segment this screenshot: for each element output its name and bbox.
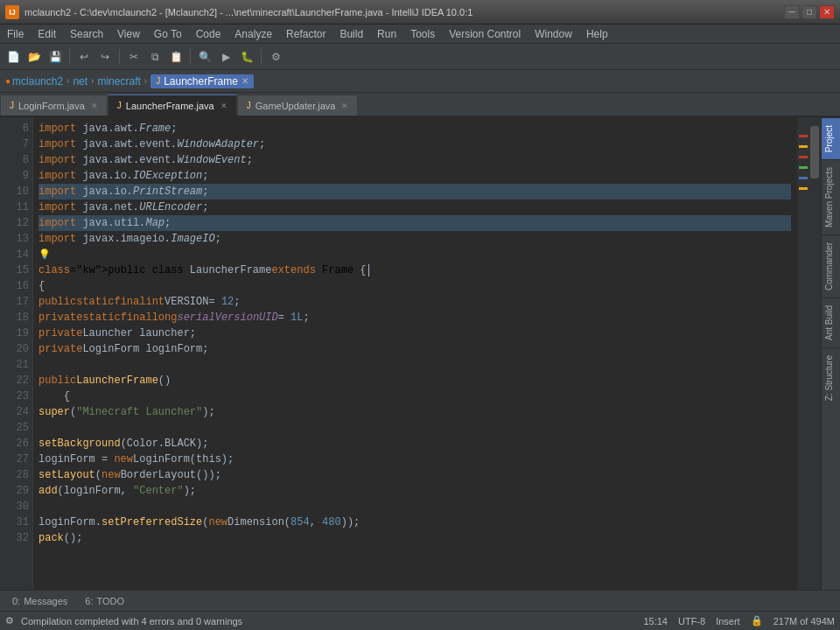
code-line-9: import java.io.IOException; [38, 168, 791, 184]
line-number-31: 31 [2, 514, 29, 530]
line-number-27: 27 [2, 452, 29, 467]
cut-button[interactable]: ✂ [124, 47, 144, 66]
window-controls: ─ □ ✕ [784, 5, 835, 19]
menu-item-code[interactable]: Code [189, 24, 228, 43]
scroll-mark-0 [799, 135, 808, 137]
tab-java-icon: J [247, 101, 251, 110]
redo-button[interactable]: ↪ [95, 47, 115, 66]
scroll-mark-2 [799, 156, 808, 158]
nav-close-icon[interactable]: ✕ [242, 76, 248, 86]
editor-container: 6789101112131415161718192021222324252627… [0, 117, 840, 590]
sidebar-panel-commander[interactable]: Commander [822, 234, 840, 298]
code-line-32: pack(); [38, 530, 791, 546]
line-number-19: 19 [2, 326, 29, 341]
line-number-32: 32 [2, 530, 29, 546]
sidebar-panel-project[interactable]: Project [822, 117, 840, 159]
open-button[interactable]: 📂 [24, 47, 44, 66]
tab-close-icon[interactable]: ✕ [220, 102, 228, 110]
line-number-29: 29 [2, 483, 29, 499]
menu-item-analyze[interactable]: Analyze [228, 24, 279, 43]
code-line-23: { [38, 388, 791, 404]
line-number-30: 30 [2, 499, 29, 514]
code-line-21 [38, 357, 791, 373]
status-memory: 217M of 494M [774, 616, 835, 626]
sidebar-panel-z-structure[interactable]: Z: Structure [822, 347, 840, 408]
code-line-22: public LauncherFrame() [38, 373, 791, 388]
undo-button[interactable]: ↩ [74, 47, 94, 66]
editor-scrollbar[interactable] [808, 117, 821, 590]
menu-item-file[interactable]: File [0, 24, 31, 43]
status-bar: ⚙ Compilation completed with 4 errors an… [0, 611, 840, 630]
settings-button[interactable]: ⚙ [266, 47, 285, 66]
menu-bar: FileEditSearchViewGo ToCodeAnalyzeRefact… [0, 24, 840, 44]
menu-item-run[interactable]: Run [370, 24, 403, 43]
line-number-21: 21 [2, 357, 29, 373]
nav-sep-2: › [91, 76, 94, 86]
nav-project[interactable]: ● mclaunch2 [5, 75, 63, 88]
code-line-12: import java.util.Map; [38, 215, 791, 231]
maximize-button[interactable]: □ [802, 5, 817, 19]
sidebar-panel-ant-build[interactable]: Ant Build [822, 298, 840, 347]
tab-login[interactable]: JLoginForm.java✕ [0, 94, 108, 116]
code-line-20: private LoginForm loginForm; [38, 341, 791, 357]
menu-item-version-control[interactable]: Version Control [442, 24, 528, 43]
find-button[interactable]: 🔍 [195, 47, 214, 66]
editor-tabs: JLoginForm.java✕JLauncherFrame.java✕JGam… [0, 93, 840, 117]
scroll-mark-4 [799, 177, 808, 179]
menu-item-tools[interactable]: Tools [403, 24, 442, 43]
code-line-16: { [38, 278, 791, 294]
paste-button[interactable]: 📋 [166, 47, 186, 66]
code-line-6: import java.awt.Frame; [38, 121, 791, 136]
menu-item-edit[interactable]: Edit [31, 24, 63, 43]
editor-scroll-marks [796, 117, 808, 590]
line-number-9: 9 [2, 168, 29, 184]
title-bar-left: IJ mclaunch2 - C:\dev\mclaunch2 - [Mclau… [5, 5, 472, 19]
menu-item-refactor[interactable]: Refactor [279, 24, 332, 43]
sidebar-panel-maven-projects[interactable]: Maven Projects [822, 159, 840, 234]
menu-item-search[interactable]: Search [63, 24, 110, 43]
tab-close-icon[interactable]: ✕ [341, 102, 348, 110]
line-number-8: 8 [2, 152, 29, 168]
toolbar-sep-2 [119, 49, 120, 65]
run-button[interactable]: ▶ [216, 47, 235, 66]
minimize-button[interactable]: ─ [784, 5, 800, 19]
code-line-10: import java.io.PrintStream; [38, 184, 791, 200]
line-number-22: 22 [2, 373, 29, 388]
menu-item-window[interactable]: Window [528, 24, 579, 43]
status-encoding: UTF-8 [678, 616, 705, 626]
menu-item-go-to[interactable]: Go To [147, 24, 189, 43]
status-lock-icon: 🔒 [751, 615, 763, 626]
tab-gameupdater[interactable]: JGameUpdater.java✕ [237, 94, 359, 116]
nav-sep-1: › [66, 76, 69, 86]
nav-net[interactable]: net [73, 75, 88, 88]
code-editor[interactable]: import java.awt.Frame;import java.awt.ev… [33, 117, 796, 590]
line-number-23: 23 [2, 388, 29, 404]
nav-minecraft[interactable]: minecraft [97, 75, 140, 88]
code-line-7: import java.awt.event.WindowAdapter; [38, 136, 791, 152]
bottom-tabs-bar: 0: Messages6: TODO [0, 590, 840, 611]
nav-current-file[interactable]: J LauncherFrame ✕ [150, 74, 254, 88]
right-sidebar-panels: ProjectMaven ProjectsCommanderAnt BuildZ… [821, 117, 840, 590]
new-file-button[interactable]: 📄 [4, 47, 23, 66]
menu-item-build[interactable]: Build [332, 24, 370, 43]
line-number-11: 11 [2, 200, 29, 215]
bottom-tab-todo[interactable]: 6: TODO [76, 591, 133, 611]
scrollbar-thumb[interactable] [810, 126, 819, 178]
close-button[interactable]: ✕ [819, 5, 835, 19]
tab-launcher[interactable]: JLauncherFrame.java✕ [108, 94, 237, 116]
debug-button[interactable]: 🐛 [237, 47, 256, 66]
status-message: Compilation completed with 4 errors and … [21, 616, 242, 626]
code-line-28: setLayout(new BorderLayout()); [38, 467, 791, 483]
code-line-17: public static final int VERSION = 12; [38, 294, 791, 310]
menu-item-view[interactable]: View [110, 24, 147, 43]
tab-close-icon[interactable]: ✕ [91, 102, 98, 110]
copy-button[interactable]: ⧉ [145, 47, 164, 66]
toolbar-sep-3 [190, 49, 191, 65]
menu-item-help[interactable]: Help [579, 24, 615, 43]
save-button[interactable]: 💾 [46, 47, 65, 66]
line-number-16: 16 [2, 278, 29, 294]
tab-java-icon: J [117, 101, 122, 110]
code-line-30 [38, 499, 791, 514]
bottom-tab-messages[interactable]: 0: Messages [4, 591, 76, 611]
code-line-26: setBackground(Color.BLACK); [38, 436, 791, 452]
